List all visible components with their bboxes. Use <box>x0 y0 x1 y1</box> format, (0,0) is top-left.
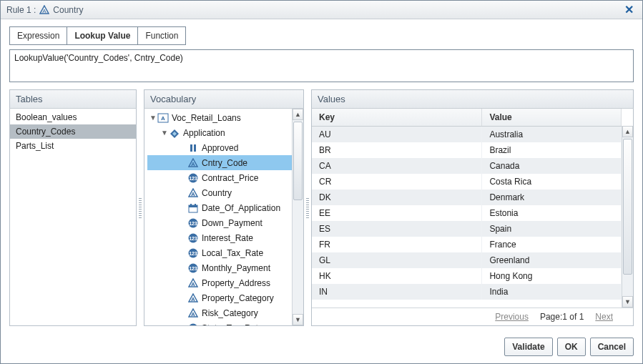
cell-value: Canada <box>482 158 622 174</box>
cell-key: AU <box>312 127 482 143</box>
close-icon[interactable]: ✕ <box>622 3 637 16</box>
values-scrollbar[interactable]: ▲ ▼ <box>622 126 633 308</box>
pager: Previous Page:1 of 1 Next <box>312 308 633 325</box>
svg-text:123: 123 <box>189 176 197 181</box>
titlebar: Rule 1 : A Country ✕ <box>1 1 642 19</box>
vocab-node[interactable]: 123Interest_Rate <box>147 230 292 245</box>
tree-node-label: Property_Address <box>202 278 270 288</box>
tree-toggle-icon[interactable]: ▼ <box>160 129 169 137</box>
tree-node-label: Monthly_Payment <box>202 263 270 273</box>
splitter-tables-vocab[interactable] <box>137 89 144 326</box>
vocab-node[interactable]: 123Contract_Price <box>147 170 292 185</box>
tree-node-label: Down_Payment <box>202 218 262 228</box>
col-value[interactable]: Value <box>482 109 622 127</box>
tree-node-label: Local_Tax_Rate <box>202 248 263 258</box>
vocab-node[interactable]: 123Down_Payment <box>147 215 292 230</box>
vocab-node[interactable]: ACntry_Code <box>147 155 292 170</box>
vocab-node[interactable]: ARisk_Category <box>147 305 292 320</box>
table-row[interactable]: FRFrance <box>312 237 622 252</box>
table-row[interactable]: BRBrazil <box>312 142 622 158</box>
tree-node-label: Voc_Retail_Loans <box>172 113 241 123</box>
vocab-node[interactable]: Approved <box>147 140 292 155</box>
cancel-button[interactable]: Cancel <box>590 338 634 356</box>
footer: Validate OK Cancel <box>1 332 642 363</box>
cell-value: India <box>482 284 622 300</box>
vocab-node[interactable]: 123Monthly_Payment <box>147 260 292 275</box>
cell-value: Costa Rica <box>482 174 622 190</box>
date-icon <box>187 202 199 214</box>
tables-panel: Tables Boolean_valuesCountry_CodesParts_… <box>9 89 137 326</box>
svg-text:A: A <box>191 296 195 302</box>
scroll-up-icon[interactable]: ▲ <box>293 109 303 120</box>
table-row[interactable]: EEEstonia <box>312 205 622 221</box>
cell-key: CA <box>312 158 482 174</box>
tree-node-label: Cntry_Code <box>202 158 247 168</box>
scroll-down-icon[interactable]: ▼ <box>293 314 303 325</box>
vocabulary-panel: Vocabulary ▼AVoc_Retail_Loans▼Applicatio… <box>144 89 304 326</box>
ok-button[interactable]: OK <box>557 338 586 356</box>
num-icon: 123 <box>187 323 199 326</box>
svg-text:123: 123 <box>189 251 197 256</box>
tree-node-label: State_Tax_Rate <box>202 323 262 326</box>
tab-function[interactable]: Function <box>137 26 186 45</box>
vocab-application[interactable]: ▼Application <box>147 125 292 140</box>
table-row[interactable]: CACanada <box>312 158 622 174</box>
attr-icon: A <box>187 187 199 199</box>
table-row[interactable]: AUAustralia <box>312 127 622 143</box>
scroll-thumb[interactable] <box>293 122 303 200</box>
tree-node-label: Country <box>202 188 232 198</box>
cell-value: Brazil <box>482 142 622 158</box>
scroll-up-icon[interactable]: ▲ <box>622 126 633 137</box>
tables-item[interactable]: Boolean_values <box>10 110 136 124</box>
cell-key: HK <box>312 268 482 284</box>
tree-node-label: Application <box>183 128 225 138</box>
vocab-node[interactable]: 123State_Tax_Rate <box>147 320 292 325</box>
vocab-node[interactable]: ACountry <box>147 185 292 200</box>
svg-rect-6 <box>190 144 192 152</box>
tables-item[interactable]: Parts_List <box>10 139 136 153</box>
expression-display[interactable]: LookupValue('Country_Codes', Cntry_Code) <box>9 49 634 82</box>
vocab-node[interactable]: Date_Of_Application <box>147 200 292 215</box>
tables-item[interactable]: Country_Codes <box>10 124 136 139</box>
bool-icon <box>187 142 199 154</box>
vocabulary-header: Vocabulary <box>144 89 304 109</box>
table-row[interactable]: DKDenmark <box>312 190 622 205</box>
svg-text:123: 123 <box>189 266 197 271</box>
vocab-scrollbar[interactable]: ▲ ▼ <box>292 109 303 325</box>
title-prefix: Rule 1 : <box>6 5 36 15</box>
vocab-root[interactable]: ▼AVoc_Retail_Loans <box>147 110 292 125</box>
vocab-node[interactable]: AProperty_Category <box>147 290 292 305</box>
svg-text:123: 123 <box>189 221 197 226</box>
voc-icon: A <box>157 112 169 124</box>
num-icon: 123 <box>187 217 199 229</box>
tab-lookup-value[interactable]: Lookup Value <box>67 26 138 45</box>
attr-icon: A <box>187 292 199 304</box>
table-row[interactable]: CRCosta Rica <box>312 174 622 190</box>
scroll-down-icon[interactable]: ▼ <box>622 296 633 308</box>
table-row[interactable]: HKHong Kong <box>312 268 622 284</box>
num-icon: 123 <box>187 172 199 184</box>
table-row[interactable]: INIndia <box>312 284 622 300</box>
tree-node-label: Risk_Category <box>202 308 258 318</box>
table-row[interactable]: GLGreenland <box>312 252 622 268</box>
tree-node-label: Contract_Price <box>202 173 258 183</box>
table-row[interactable]: ESSpain <box>312 221 622 237</box>
vocab-node[interactable]: 123Local_Tax_Rate <box>147 245 292 260</box>
validate-button[interactable]: Validate <box>504 338 552 356</box>
vocab-node[interactable]: AProperty_Address <box>147 275 292 290</box>
cell-value: Greenland <box>482 252 622 268</box>
scroll-thumb[interactable] <box>623 139 632 275</box>
cell-value: Denmark <box>482 190 622 205</box>
tree-toggle-icon[interactable]: ▼ <box>149 114 157 122</box>
tab-expression[interactable]: Expression <box>9 26 67 45</box>
svg-rect-17 <box>195 204 196 206</box>
cell-value: Australia <box>482 127 622 143</box>
cell-key: ES <box>312 221 482 237</box>
splitter-vocab-values[interactable] <box>304 89 311 326</box>
pager-previous[interactable]: Previous <box>495 312 529 322</box>
col-key[interactable]: Key <box>312 109 482 127</box>
cell-value: France <box>482 237 622 252</box>
pager-next[interactable]: Next <box>595 312 613 322</box>
svg-rect-15 <box>189 205 197 207</box>
tab-bar: Expression Lookup Value Function <box>9 26 634 45</box>
